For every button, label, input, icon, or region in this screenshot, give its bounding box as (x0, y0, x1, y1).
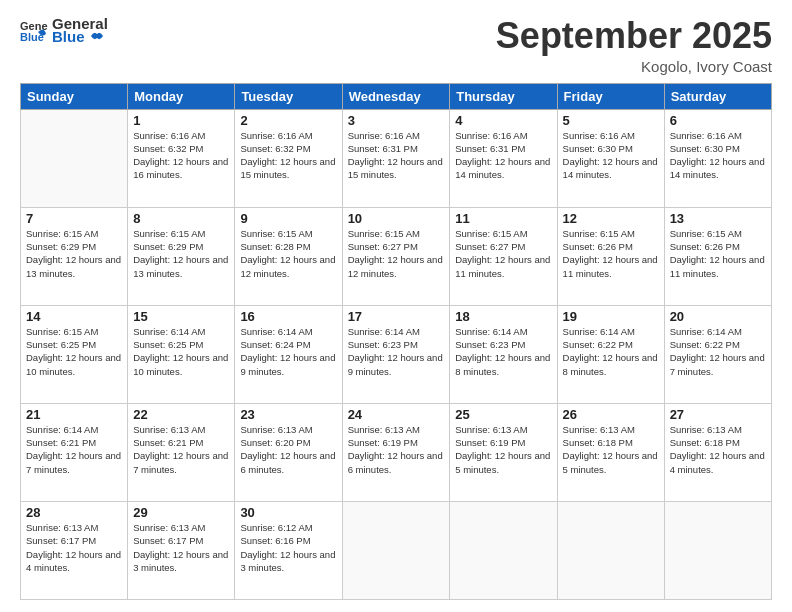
logo-icon: General Blue (20, 16, 48, 44)
col-thursday: Thursday (450, 83, 557, 109)
day-number: 21 (26, 407, 122, 422)
table-row: 23Sunrise: 6:13 AMSunset: 6:20 PMDayligh… (235, 403, 342, 501)
table-row (21, 109, 128, 207)
table-row: 18Sunrise: 6:14 AMSunset: 6:23 PMDayligh… (450, 305, 557, 403)
calendar-header-row: Sunday Monday Tuesday Wednesday Thursday… (21, 83, 772, 109)
day-info: Sunrise: 6:15 AMSunset: 6:26 PMDaylight:… (670, 227, 766, 280)
day-number: 23 (240, 407, 336, 422)
day-info: Sunrise: 6:16 AMSunset: 6:30 PMDaylight:… (670, 129, 766, 182)
day-number: 28 (26, 505, 122, 520)
day-number: 26 (563, 407, 659, 422)
col-saturday: Saturday (664, 83, 771, 109)
day-number: 7 (26, 211, 122, 226)
col-friday: Friday (557, 83, 664, 109)
table-row: 4Sunrise: 6:16 AMSunset: 6:31 PMDaylight… (450, 109, 557, 207)
logo: General Blue General Blue (20, 16, 108, 44)
day-info: Sunrise: 6:12 AMSunset: 6:16 PMDaylight:… (240, 521, 336, 574)
day-number: 1 (133, 113, 229, 128)
day-info: Sunrise: 6:14 AMSunset: 6:23 PMDaylight:… (455, 325, 551, 378)
day-number: 14 (26, 309, 122, 324)
calendar-week-row: 28Sunrise: 6:13 AMSunset: 6:17 PMDayligh… (21, 501, 772, 599)
table-row (664, 501, 771, 599)
location: Kogolo, Ivory Coast (496, 58, 772, 75)
day-info: Sunrise: 6:13 AMSunset: 6:19 PMDaylight:… (455, 423, 551, 476)
table-row: 22Sunrise: 6:13 AMSunset: 6:21 PMDayligh… (128, 403, 235, 501)
table-row: 10Sunrise: 6:15 AMSunset: 6:27 PMDayligh… (342, 207, 450, 305)
page: General Blue General Blue September 2025… (0, 0, 792, 612)
table-row: 11Sunrise: 6:15 AMSunset: 6:27 PMDayligh… (450, 207, 557, 305)
logo-wave-icon (90, 33, 104, 43)
day-number: 22 (133, 407, 229, 422)
day-info: Sunrise: 6:16 AMSunset: 6:31 PMDaylight:… (348, 129, 445, 182)
day-info: Sunrise: 6:13 AMSunset: 6:21 PMDaylight:… (133, 423, 229, 476)
day-info: Sunrise: 6:14 AMSunset: 6:22 PMDaylight:… (670, 325, 766, 378)
day-number: 30 (240, 505, 336, 520)
table-row: 26Sunrise: 6:13 AMSunset: 6:18 PMDayligh… (557, 403, 664, 501)
day-number: 5 (563, 113, 659, 128)
day-number: 13 (670, 211, 766, 226)
table-row: 2Sunrise: 6:16 AMSunset: 6:32 PMDaylight… (235, 109, 342, 207)
table-row: 5Sunrise: 6:16 AMSunset: 6:30 PMDaylight… (557, 109, 664, 207)
day-number: 20 (670, 309, 766, 324)
day-info: Sunrise: 6:15 AMSunset: 6:29 PMDaylight:… (26, 227, 122, 280)
table-row: 21Sunrise: 6:14 AMSunset: 6:21 PMDayligh… (21, 403, 128, 501)
col-wednesday: Wednesday (342, 83, 450, 109)
day-info: Sunrise: 6:15 AMSunset: 6:28 PMDaylight:… (240, 227, 336, 280)
table-row: 9Sunrise: 6:15 AMSunset: 6:28 PMDaylight… (235, 207, 342, 305)
table-row (450, 501, 557, 599)
table-row: 28Sunrise: 6:13 AMSunset: 6:17 PMDayligh… (21, 501, 128, 599)
calendar-week-row: 1Sunrise: 6:16 AMSunset: 6:32 PMDaylight… (21, 109, 772, 207)
day-number: 11 (455, 211, 551, 226)
day-info: Sunrise: 6:16 AMSunset: 6:30 PMDaylight:… (563, 129, 659, 182)
day-info: Sunrise: 6:14 AMSunset: 6:23 PMDaylight:… (348, 325, 445, 378)
table-row: 1Sunrise: 6:16 AMSunset: 6:32 PMDaylight… (128, 109, 235, 207)
day-info: Sunrise: 6:13 AMSunset: 6:18 PMDaylight:… (670, 423, 766, 476)
day-info: Sunrise: 6:13 AMSunset: 6:17 PMDaylight:… (133, 521, 229, 574)
table-row: 29Sunrise: 6:13 AMSunset: 6:17 PMDayligh… (128, 501, 235, 599)
table-row: 13Sunrise: 6:15 AMSunset: 6:26 PMDayligh… (664, 207, 771, 305)
day-info: Sunrise: 6:13 AMSunset: 6:19 PMDaylight:… (348, 423, 445, 476)
day-info: Sunrise: 6:15 AMSunset: 6:27 PMDaylight:… (348, 227, 445, 280)
table-row: 8Sunrise: 6:15 AMSunset: 6:29 PMDaylight… (128, 207, 235, 305)
table-row: 3Sunrise: 6:16 AMSunset: 6:31 PMDaylight… (342, 109, 450, 207)
table-row: 14Sunrise: 6:15 AMSunset: 6:25 PMDayligh… (21, 305, 128, 403)
day-info: Sunrise: 6:14 AMSunset: 6:21 PMDaylight:… (26, 423, 122, 476)
day-number: 29 (133, 505, 229, 520)
day-number: 12 (563, 211, 659, 226)
day-info: Sunrise: 6:13 AMSunset: 6:18 PMDaylight:… (563, 423, 659, 476)
table-row (342, 501, 450, 599)
day-number: 6 (670, 113, 766, 128)
calendar-week-row: 14Sunrise: 6:15 AMSunset: 6:25 PMDayligh… (21, 305, 772, 403)
day-info: Sunrise: 6:14 AMSunset: 6:25 PMDaylight:… (133, 325, 229, 378)
day-info: Sunrise: 6:15 AMSunset: 6:27 PMDaylight:… (455, 227, 551, 280)
day-info: Sunrise: 6:14 AMSunset: 6:24 PMDaylight:… (240, 325, 336, 378)
day-number: 19 (563, 309, 659, 324)
day-info: Sunrise: 6:14 AMSunset: 6:22 PMDaylight:… (563, 325, 659, 378)
table-row: 24Sunrise: 6:13 AMSunset: 6:19 PMDayligh… (342, 403, 450, 501)
table-row (557, 501, 664, 599)
table-row: 19Sunrise: 6:14 AMSunset: 6:22 PMDayligh… (557, 305, 664, 403)
col-monday: Monday (128, 83, 235, 109)
day-number: 3 (348, 113, 445, 128)
table-row: 12Sunrise: 6:15 AMSunset: 6:26 PMDayligh… (557, 207, 664, 305)
day-info: Sunrise: 6:15 AMSunset: 6:26 PMDaylight:… (563, 227, 659, 280)
table-row: 15Sunrise: 6:14 AMSunset: 6:25 PMDayligh… (128, 305, 235, 403)
table-row: 6Sunrise: 6:16 AMSunset: 6:30 PMDaylight… (664, 109, 771, 207)
header: General Blue General Blue September 2025… (20, 16, 772, 75)
day-number: 15 (133, 309, 229, 324)
day-number: 4 (455, 113, 551, 128)
day-info: Sunrise: 6:15 AMSunset: 6:29 PMDaylight:… (133, 227, 229, 280)
day-info: Sunrise: 6:13 AMSunset: 6:20 PMDaylight:… (240, 423, 336, 476)
calendar-week-row: 21Sunrise: 6:14 AMSunset: 6:21 PMDayligh… (21, 403, 772, 501)
day-info: Sunrise: 6:16 AMSunset: 6:32 PMDaylight:… (240, 129, 336, 182)
logo-blue: Blue (52, 29, 108, 44)
day-number: 27 (670, 407, 766, 422)
svg-text:Blue: Blue (20, 31, 44, 43)
day-number: 24 (348, 407, 445, 422)
day-number: 2 (240, 113, 336, 128)
day-number: 8 (133, 211, 229, 226)
month-title: September 2025 (496, 16, 772, 56)
table-row: 20Sunrise: 6:14 AMSunset: 6:22 PMDayligh… (664, 305, 771, 403)
table-row: 27Sunrise: 6:13 AMSunset: 6:18 PMDayligh… (664, 403, 771, 501)
table-row: 30Sunrise: 6:12 AMSunset: 6:16 PMDayligh… (235, 501, 342, 599)
